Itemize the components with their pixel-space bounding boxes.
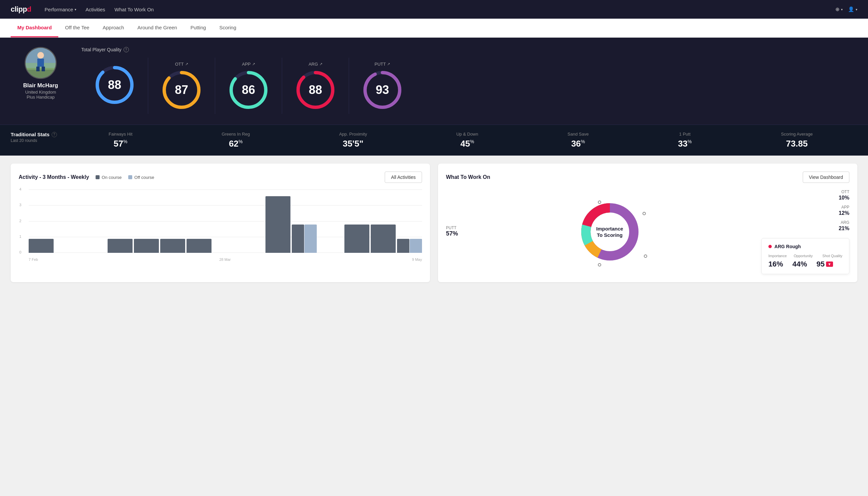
trend-up-icon: ↗ — [387, 62, 390, 66]
stat-app-proximity: App. Proximity 35'5" — [339, 131, 367, 149]
bar-dark-12 — [344, 224, 369, 253]
bar-dark-10 — [292, 224, 304, 253]
donut-label-arg: ARG 21% — [761, 220, 849, 232]
tab-my-dashboard[interactable]: My Dashboard — [11, 19, 58, 37]
bar-dark-9 — [266, 196, 290, 253]
avatar-image — [26, 48, 56, 78]
activity-chart-title: Activity - 3 Months - Weekly — [19, 174, 89, 180]
stat-importance: 16% — [769, 260, 783, 268]
score-card-putt: PUTT ↗ 93 — [349, 58, 416, 114]
legend-on-course: On course — [96, 175, 122, 180]
bars-container — [29, 189, 422, 253]
stats-label: Traditional Stats ? Last 20 rounds — [11, 131, 64, 143]
bar-group-3 — [108, 239, 132, 253]
bar-dark-3 — [108, 239, 132, 253]
info-dot — [769, 245, 772, 248]
bar-group-9 — [266, 196, 290, 253]
info-stats-row: 16% 44% 95 ▼ — [769, 260, 842, 268]
tpq-help-icon[interactable]: ? — [124, 47, 129, 52]
all-activities-button[interactable]: All Activities — [385, 172, 422, 183]
score-value-putt: 93 — [376, 83, 389, 97]
x-label-may: 9 May — [412, 258, 422, 262]
nav-activities[interactable]: Activities — [85, 7, 105, 12]
score-card-app: APP ↗ 86 — [215, 58, 282, 114]
tab-putting[interactable]: Putting — [184, 19, 213, 37]
logo[interactable]: clippd — [11, 5, 31, 14]
nav-performance[interactable]: Performance ▾ — [45, 7, 76, 12]
ring-ott: 87 — [161, 70, 202, 110]
tab-bar: My Dashboard Off the Tee Approach Around… — [0, 19, 868, 37]
trend-up-icon: ↗ — [185, 62, 188, 66]
donut-right-labels: OTT 10% APP 12% ARG 21% ARG Rough — [761, 189, 849, 274]
bar-dark-4 — [134, 239, 159, 253]
view-dashboard-button[interactable]: View Dashboard — [803, 172, 849, 183]
bar-light-10 — [304, 224, 317, 253]
user-menu-button[interactable]: 👤 ▾ — [848, 6, 857, 12]
what-to-work-on-header: What To Work On View Dashboard — [446, 172, 849, 183]
stat-one-putt: 1 Putt 33% — [678, 131, 692, 149]
stat-up-down: Up & Down 45% — [456, 131, 478, 149]
score-cards: 88 OTT ↗ 87 — [81, 58, 857, 114]
tab-around-the-green[interactable]: Around the Green — [130, 19, 184, 37]
importance-value: 16% — [769, 260, 783, 268]
score-label-putt: PUTT ↗ — [375, 62, 390, 67]
svg-point-3 — [37, 52, 44, 59]
player-info: Blair McHarg United Kingdom Plus Handica… — [11, 47, 70, 99]
x-label-mar: 28 Mar — [219, 258, 231, 262]
nav-links: Performance ▾ Activities What To Work On — [45, 7, 154, 12]
avatar — [25, 47, 57, 79]
chevron-down-icon: ▾ — [841, 7, 843, 11]
ring-app: 86 — [228, 70, 268, 110]
tab-scoring[interactable]: Scoring — [212, 19, 243, 37]
what-to-work-on-title: What To Work On — [446, 174, 490, 180]
bar-dark-14 — [397, 239, 409, 253]
shot-quality-value: 95 ▼ — [816, 260, 833, 268]
score-label-ott: OTT ↗ — [175, 62, 188, 67]
player-country: United Kingdom — [25, 90, 56, 95]
svg-rect-5 — [36, 67, 40, 71]
score-value-app: 86 — [242, 83, 255, 97]
score-card-arg: ARG ↗ 88 — [282, 58, 349, 114]
shot-quality-badge: ▼ — [826, 262, 833, 267]
opportunity-label: Opportunity — [794, 254, 817, 258]
shot-quality-label: Shot Quality — [822, 254, 842, 258]
top-nav: clippd Performance ▾ Activities What To … — [0, 0, 868, 19]
stat-shot-quality: 95 ▼ — [816, 260, 833, 268]
bar-dark-6 — [187, 239, 211, 253]
nav-what-to-work-on[interactable]: What To Work On — [114, 7, 154, 12]
score-card-total: 88 — [81, 58, 148, 114]
bar-light-14 — [410, 239, 422, 253]
importance-label: Importance — [769, 254, 788, 258]
add-button[interactable]: ⊕ ▾ — [835, 6, 843, 12]
chart-legend: On course Off course — [96, 175, 154, 180]
stat-fairways-hit: Fairways Hit 57% — [109, 131, 132, 149]
donut-label-app: APP 12% — [761, 205, 849, 216]
score-label-app: APP ↗ — [242, 62, 255, 67]
player-name: Blair McHarg — [23, 82, 58, 89]
stats-help-icon[interactable]: ? — [52, 132, 57, 137]
trend-up-icon: ↗ — [319, 62, 322, 66]
tab-off-the-tee[interactable]: Off the Tee — [58, 19, 96, 37]
donut-dot-top — [598, 201, 601, 204]
score-value-ott: 87 — [175, 83, 188, 97]
off-course-dot — [128, 175, 132, 179]
info-stats-labels: Importance Opportunity Shot Quality — [769, 254, 842, 258]
bar-group-12 — [344, 224, 369, 253]
legend-off-course: Off course — [128, 175, 154, 180]
trend-up-icon: ↗ — [252, 62, 255, 66]
stat-sand-save: Sand Save 36% — [568, 131, 589, 149]
activity-chart-header: Activity - 3 Months - Weekly On course O… — [19, 172, 422, 183]
info-card-title: ARG Rough — [769, 244, 842, 249]
stats-title: Traditional Stats ? — [11, 131, 64, 137]
donut-dot-right-bottom — [644, 254, 647, 258]
score-value-arg: 88 — [309, 83, 322, 97]
opportunity-value: 44% — [792, 260, 807, 268]
tab-approach[interactable]: Approach — [96, 19, 130, 37]
ring-putt: 93 — [362, 70, 403, 110]
bar-group-14 — [397, 239, 422, 253]
bar-group-6 — [187, 239, 211, 253]
chevron-down-icon: ▾ — [856, 7, 857, 11]
hero-section: Blair McHarg United Kingdom Plus Handica… — [0, 37, 868, 125]
tpq-label: Total Player Quality ? — [81, 47, 857, 52]
donut-label-ott: OTT 10% — [761, 189, 849, 201]
